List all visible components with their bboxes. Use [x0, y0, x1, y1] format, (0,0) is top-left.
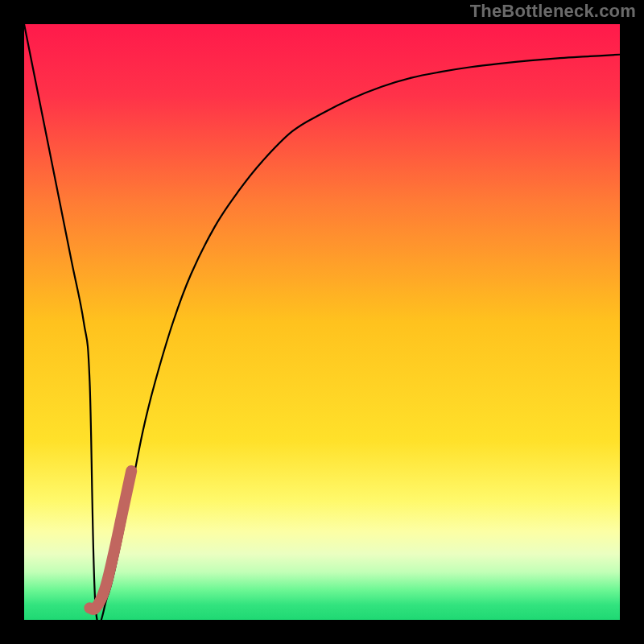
watermark-text: TheBottleneck.com [470, 1, 636, 22]
chart-stage: { "watermark": "TheBottleneck.com", "col… [0, 0, 644, 644]
chart-svg [0, 0, 644, 644]
